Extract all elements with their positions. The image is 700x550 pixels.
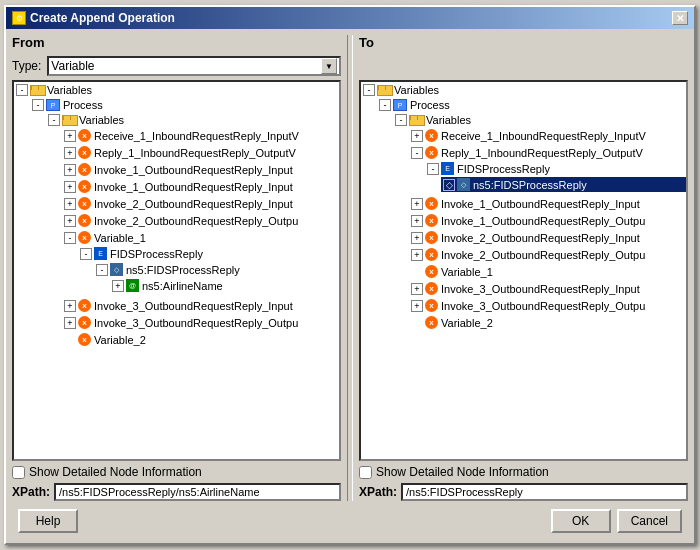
ok-button[interactable]: OK <box>551 509 611 533</box>
node-label: Reply_1_InboundRequestReply_OutputV <box>94 147 296 159</box>
close-button[interactable]: ✕ <box>672 11 688 25</box>
expander[interactable]: + <box>64 300 76 312</box>
node-label: Invoke_3_OutboundRequestReply_Input <box>94 300 293 312</box>
list-item: + x Invoke_1_OutboundRequestReply_Input <box>409 195 686 212</box>
expander[interactable]: + <box>411 198 423 210</box>
list-item: - P Process - Variables <box>377 97 686 333</box>
node-label: Reply_1_InboundRequestReply_OutputV <box>441 147 643 159</box>
folder-icon <box>377 85 391 96</box>
node-label: Variables <box>394 84 439 96</box>
node-label: FIDSProcessReply <box>457 163 550 175</box>
dialog-title: Create Append Operation <box>30 11 175 25</box>
expander[interactable]: - <box>64 232 76 244</box>
expander[interactable]: + <box>411 232 423 244</box>
var-icon: x <box>78 299 91 312</box>
help-button[interactable]: Help <box>18 509 78 533</box>
bottom-bar: Help OK Cancel <box>12 505 688 537</box>
expander[interactable]: + <box>411 130 423 142</box>
var-icon: x <box>78 214 91 227</box>
node-label: FIDSProcessReply <box>110 248 203 260</box>
node-label: Process <box>63 99 103 111</box>
expander[interactable]: - <box>32 99 44 111</box>
var-icon: x <box>425 299 438 312</box>
expander[interactable]: + <box>411 283 423 295</box>
to-tree[interactable]: - Variables - P Process <box>359 80 688 461</box>
var-icon: x <box>78 197 91 210</box>
expander[interactable]: + <box>64 198 76 210</box>
node-label: ns5:AirlineName <box>142 280 223 292</box>
expander[interactable]: - <box>395 114 407 126</box>
folder-icon <box>30 85 44 96</box>
node-label: Receive_1_InboundRequestReply_InputV <box>441 130 646 142</box>
expander[interactable]: - <box>427 163 439 175</box>
node-label: Process <box>410 99 450 111</box>
from-tree[interactable]: - Variables - P Process <box>12 80 341 461</box>
list-item: + x Reply_1_InboundRequestReply_OutputV <box>62 144 339 161</box>
list-item: + x Invoke_3_OutboundRequestReply_Input <box>62 297 339 314</box>
from-title: From <box>12 35 341 50</box>
expander[interactable]: + <box>64 130 76 142</box>
title-bar: ⚙ Create Append Operation ✕ <box>6 7 694 29</box>
expander[interactable]: + <box>64 317 76 329</box>
var-icon: x <box>425 231 438 244</box>
expander[interactable]: - <box>363 84 375 96</box>
cancel-button[interactable]: Cancel <box>617 509 682 533</box>
node-label: Variables <box>47 84 92 96</box>
node-label: Invoke_3_OutboundRequestReply_Input <box>441 283 640 295</box>
from-xpath-input[interactable] <box>54 483 341 501</box>
expander[interactable]: - <box>80 248 92 260</box>
type-dropdown-arrow[interactable]: ▼ <box>321 58 337 74</box>
expander[interactable]: - <box>411 147 423 159</box>
expander[interactable]: + <box>411 300 423 312</box>
to-xpath-input[interactable] <box>401 483 688 501</box>
list-item: + x Invoke_2_OutboundRequestReply_Input <box>62 195 339 212</box>
list-item: - E FIDSProcessReply <box>78 245 339 296</box>
list-item: - Variables + <box>46 112 339 349</box>
list-item: + x Invoke_3_OutboundRequestReply_Outpu <box>409 297 686 314</box>
node-label: Invoke_2_OutboundRequestReply_Outpu <box>94 215 298 227</box>
expander[interactable]: ◇ <box>443 179 455 191</box>
var-icon: x <box>78 333 91 346</box>
var-icon: x <box>425 316 438 329</box>
node-label: Variables <box>426 114 471 126</box>
to-show-detailed-checkbox[interactable] <box>359 466 372 479</box>
list-item: ◇ ◇ ns5:FIDSProcessReply <box>441 176 686 193</box>
expander[interactable]: - <box>379 99 391 111</box>
list-item: + x Invoke_1_OutboundRequestReply_Input <box>62 178 339 195</box>
list-item: + x Invoke_3_OutboundRequestReply_Input <box>409 280 686 297</box>
node-label: Invoke_2_OutboundRequestReply_Outpu <box>441 249 645 261</box>
expander[interactable]: + <box>64 215 76 227</box>
list-item: + x Receive_1_InboundRequestReply_InputV <box>62 127 339 144</box>
selected-node[interactable]: ◇ ◇ ns5:FIDSProcessReply <box>441 177 686 192</box>
expander[interactable]: + <box>64 181 76 193</box>
expander[interactable]: + <box>112 280 124 292</box>
list-item: - x Variable_1 <box>62 229 339 297</box>
dialog-icon: ⚙ <box>12 11 26 25</box>
node-label: Invoke_2_OutboundRequestReply_Input <box>441 232 640 244</box>
from-panel: From Type: Variable ▼ - <box>12 35 341 501</box>
expander[interactable]: - <box>96 264 108 276</box>
list-item: + x Invoke_1_OutboundRequestReply_Input <box>62 161 339 178</box>
var-icon: x <box>425 146 438 159</box>
list-item: + x Invoke_2_OutboundRequestReply_Input <box>409 229 686 246</box>
from-xpath-row: XPath: <box>12 483 341 501</box>
node-label: Invoke_1_OutboundRequestReply_Outpu <box>441 215 645 227</box>
expander[interactable]: - <box>16 84 28 96</box>
list-item: + x Invoke_3_OutboundRequestReply_Outpu <box>62 314 339 331</box>
expander[interactable]: + <box>64 164 76 176</box>
from-show-detailed-checkbox[interactable] <box>12 466 25 479</box>
expander[interactable]: + <box>64 147 76 159</box>
node-label: Invoke_3_OutboundRequestReply_Outpu <box>94 317 298 329</box>
list-item: + x Invoke_2_OutboundRequestReply_Outpu <box>409 246 686 263</box>
title-bar-left: ⚙ Create Append Operation <box>12 11 175 25</box>
expander[interactable]: + <box>411 249 423 261</box>
list-item: - x Reply_1_InboundRequestReply_OutputV <box>409 144 686 195</box>
expander[interactable]: + <box>411 215 423 227</box>
expander[interactable]: - <box>48 114 60 126</box>
var-icon: x <box>78 231 91 244</box>
to-panel: To - Variables <box>359 35 688 501</box>
var-icon: x <box>78 129 91 142</box>
list-item: x Variable_2 <box>409 314 686 331</box>
element-icon: E <box>441 162 454 175</box>
type-select-wrapper[interactable]: Variable ▼ <box>47 56 341 76</box>
